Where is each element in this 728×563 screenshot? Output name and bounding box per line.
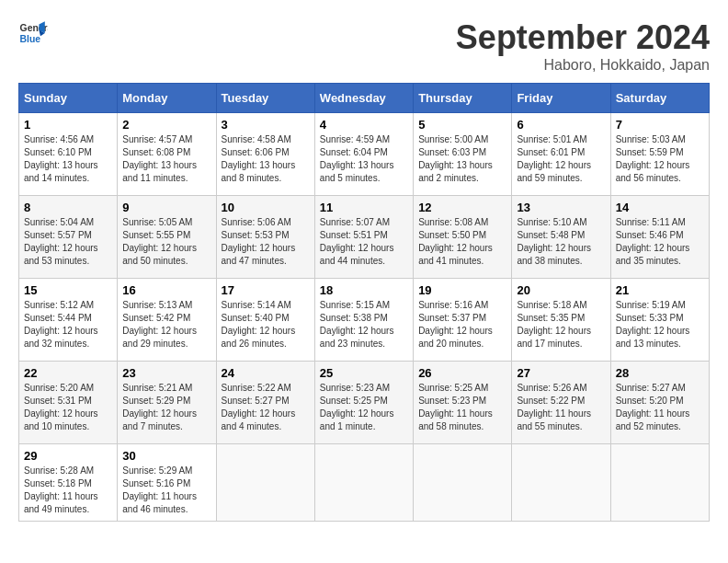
month-title: September 2024 <box>456 18 710 57</box>
day-info: Sunrise: 5:29 AMSunset: 5:16 PMDaylight:… <box>122 465 210 516</box>
table-row <box>512 444 610 522</box>
table-row: 10Sunrise: 5:06 AMSunset: 5:53 PMDayligh… <box>216 196 314 279</box>
table-row: 24Sunrise: 5:22 AMSunset: 5:27 PMDayligh… <box>216 362 314 444</box>
day-number: 29 <box>24 449 112 463</box>
title-section: September 2024 Haboro, Hokkaido, Japan <box>456 18 710 74</box>
logo: General Blue <box>18 18 48 48</box>
calendar-week: 1Sunrise: 4:56 AMSunset: 6:10 PMDaylight… <box>19 113 710 196</box>
day-number: 18 <box>320 283 408 297</box>
day-info: Sunrise: 5:20 AMSunset: 5:31 PMDaylight:… <box>24 382 112 433</box>
svg-text:Blue: Blue <box>20 34 41 44</box>
day-info: Sunrise: 5:00 AMSunset: 6:03 PMDaylight:… <box>418 133 506 185</box>
day-info: Sunrise: 5:23 AMSunset: 5:25 PMDaylight:… <box>320 382 408 433</box>
table-row <box>414 444 512 522</box>
page-header: General Blue September 2024 Haboro, Hokk… <box>18 18 710 74</box>
day-info: Sunrise: 5:21 AMSunset: 5:29 PMDaylight:… <box>122 382 210 433</box>
table-row: 15Sunrise: 5:12 AMSunset: 5:44 PMDayligh… <box>19 279 118 362</box>
day-number: 26 <box>418 366 506 380</box>
table-row: 23Sunrise: 5:21 AMSunset: 5:29 PMDayligh… <box>118 362 216 444</box>
table-row: 4Sunrise: 4:59 AMSunset: 6:04 PMDaylight… <box>314 113 413 196</box>
day-info: Sunrise: 5:27 AMSunset: 5:20 PMDaylight:… <box>616 382 704 433</box>
calendar-week: 8Sunrise: 5:04 AMSunset: 5:57 PMDaylight… <box>19 196 710 279</box>
day-number: 20 <box>517 283 605 297</box>
day-number: 5 <box>418 118 506 132</box>
day-number: 3 <box>222 118 310 132</box>
day-info: Sunrise: 5:26 AMSunset: 5:22 PMDaylight:… <box>517 382 605 433</box>
day-info: Sunrise: 5:06 AMSunset: 5:53 PMDaylight:… <box>222 216 310 268</box>
table-row: 16Sunrise: 5:13 AMSunset: 5:42 PMDayligh… <box>118 279 216 362</box>
table-row: 25Sunrise: 5:23 AMSunset: 5:25 PMDayligh… <box>314 362 413 444</box>
day-number: 14 <box>616 201 704 214</box>
table-row: 20Sunrise: 5:18 AMSunset: 5:35 PMDayligh… <box>512 279 610 362</box>
day-number: 25 <box>320 366 408 380</box>
day-number: 12 <box>418 201 506 214</box>
day-number: 4 <box>320 118 408 132</box>
col-saturday: Saturday <box>610 84 709 113</box>
table-row: 18Sunrise: 5:15 AMSunset: 5:38 PMDayligh… <box>314 279 413 362</box>
day-info: Sunrise: 5:19 AMSunset: 5:33 PMDaylight:… <box>616 299 704 350</box>
col-friday: Friday <box>512 84 610 113</box>
table-row: 11Sunrise: 5:07 AMSunset: 5:51 PMDayligh… <box>314 196 413 279</box>
day-info: Sunrise: 5:03 AMSunset: 5:59 PMDaylight:… <box>616 133 704 185</box>
table-row: 22Sunrise: 5:20 AMSunset: 5:31 PMDayligh… <box>19 362 118 444</box>
day-number: 27 <box>517 366 605 380</box>
table-row: 5Sunrise: 5:00 AMSunset: 6:03 PMDaylight… <box>414 113 512 196</box>
day-info: Sunrise: 5:12 AMSunset: 5:44 PMDaylight:… <box>24 299 112 350</box>
day-info: Sunrise: 5:18 AMSunset: 5:35 PMDaylight:… <box>517 299 605 350</box>
day-info: Sunrise: 5:16 AMSunset: 5:37 PMDaylight:… <box>418 299 506 350</box>
day-number: 23 <box>122 366 210 380</box>
day-info: Sunrise: 5:11 AMSunset: 5:46 PMDaylight:… <box>616 216 704 268</box>
calendar-week: 22Sunrise: 5:20 AMSunset: 5:31 PMDayligh… <box>19 362 710 444</box>
table-row: 21Sunrise: 5:19 AMSunset: 5:33 PMDayligh… <box>610 279 709 362</box>
day-info: Sunrise: 5:05 AMSunset: 5:55 PMDaylight:… <box>122 216 210 268</box>
day-info: Sunrise: 5:13 AMSunset: 5:42 PMDaylight:… <box>122 299 210 350</box>
day-info: Sunrise: 4:56 AMSunset: 6:10 PMDaylight:… <box>24 133 112 185</box>
table-row: 12Sunrise: 5:08 AMSunset: 5:50 PMDayligh… <box>414 196 512 279</box>
table-row <box>216 444 314 522</box>
location: Haboro, Hokkaido, Japan <box>456 57 710 74</box>
day-info: Sunrise: 5:10 AMSunset: 5:48 PMDaylight:… <box>517 216 605 268</box>
day-number: 21 <box>616 283 704 297</box>
day-number: 16 <box>122 283 210 297</box>
day-number: 7 <box>616 118 704 132</box>
calendar-week: 29Sunrise: 5:28 AMSunset: 5:18 PMDayligh… <box>19 444 710 522</box>
day-number: 2 <box>122 118 210 132</box>
table-row: 30Sunrise: 5:29 AMSunset: 5:16 PMDayligh… <box>118 444 216 522</box>
table-row: 19Sunrise: 5:16 AMSunset: 5:37 PMDayligh… <box>414 279 512 362</box>
day-number: 8 <box>24 201 112 214</box>
day-info: Sunrise: 5:04 AMSunset: 5:57 PMDaylight:… <box>24 216 112 268</box>
header-row: Sunday Monday Tuesday Wednesday Thursday… <box>19 84 710 113</box>
table-row: 27Sunrise: 5:26 AMSunset: 5:22 PMDayligh… <box>512 362 610 444</box>
day-info: Sunrise: 4:58 AMSunset: 6:06 PMDaylight:… <box>222 133 310 185</box>
day-number: 1 <box>24 118 112 132</box>
day-number: 19 <box>418 283 506 297</box>
col-thursday: Thursday <box>414 84 512 113</box>
table-row <box>610 444 709 522</box>
table-row: 13Sunrise: 5:10 AMSunset: 5:48 PMDayligh… <box>512 196 610 279</box>
col-tuesday: Tuesday <box>216 84 314 113</box>
day-number: 22 <box>24 366 112 380</box>
day-number: 13 <box>517 201 605 214</box>
table-row: 8Sunrise: 5:04 AMSunset: 5:57 PMDaylight… <box>19 196 118 279</box>
day-number: 9 <box>122 201 210 214</box>
day-number: 24 <box>222 366 310 380</box>
day-info: Sunrise: 5:22 AMSunset: 5:27 PMDaylight:… <box>222 382 310 433</box>
table-row: 7Sunrise: 5:03 AMSunset: 5:59 PMDaylight… <box>610 113 709 196</box>
day-info: Sunrise: 5:07 AMSunset: 5:51 PMDaylight:… <box>320 216 408 268</box>
calendar-table: Sunday Monday Tuesday Wednesday Thursday… <box>18 83 710 522</box>
day-info: Sunrise: 4:59 AMSunset: 6:04 PMDaylight:… <box>320 133 408 185</box>
table-row: 2Sunrise: 4:57 AMSunset: 6:08 PMDaylight… <box>118 113 216 196</box>
day-info: Sunrise: 5:14 AMSunset: 5:40 PMDaylight:… <box>222 299 310 350</box>
col-sunday: Sunday <box>19 84 118 113</box>
day-number: 6 <box>517 118 605 132</box>
table-row: 29Sunrise: 5:28 AMSunset: 5:18 PMDayligh… <box>19 444 118 522</box>
day-number: 17 <box>222 283 310 297</box>
logo-icon: General Blue <box>18 18 48 48</box>
table-row: 14Sunrise: 5:11 AMSunset: 5:46 PMDayligh… <box>610 196 709 279</box>
table-row: 26Sunrise: 5:25 AMSunset: 5:23 PMDayligh… <box>414 362 512 444</box>
table-row: 6Sunrise: 5:01 AMSunset: 6:01 PMDaylight… <box>512 113 610 196</box>
table-row <box>314 444 413 522</box>
table-row: 3Sunrise: 4:58 AMSunset: 6:06 PMDaylight… <box>216 113 314 196</box>
day-number: 15 <box>24 283 112 297</box>
day-info: Sunrise: 4:57 AMSunset: 6:08 PMDaylight:… <box>122 133 210 185</box>
